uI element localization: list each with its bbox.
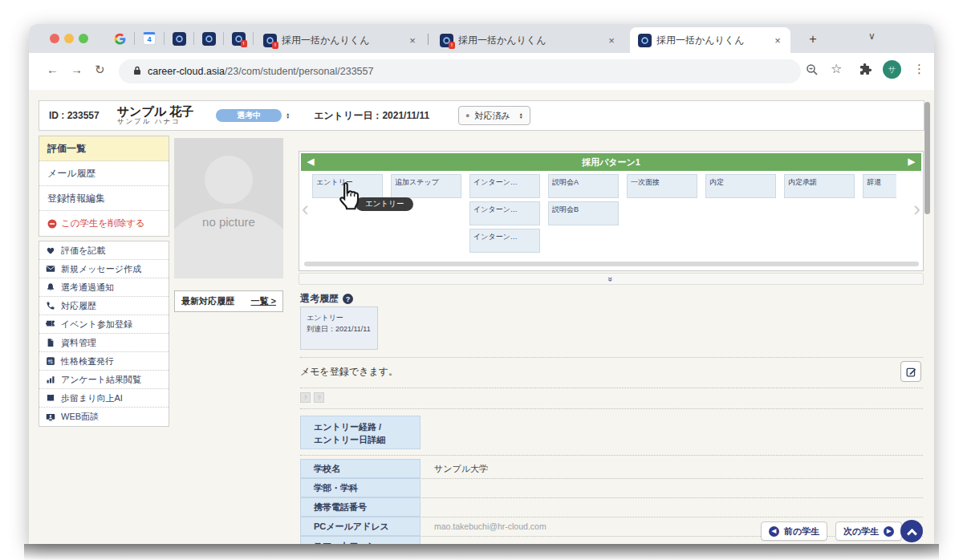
page-content: ID : 233557 サンプル 花子 サンプル ハナコ 選考中 ▲ ▼ エント… — [29, 90, 934, 544]
tab-3-active[interactable]: 採用一括かんりくん × — [630, 27, 790, 53]
address-bar[interactable]: career-cloud.asia/23/com/student/persona… — [119, 59, 801, 83]
sidebar-action-response-history[interactable]: 対応履歴 — [39, 297, 169, 315]
memo-edit-button[interactable] — [900, 361, 921, 382]
steps-scroll-right-icon[interactable]: › — [913, 198, 920, 219]
sidebar-item-evaluation-list[interactable]: 評価一覧 — [39, 136, 169, 161]
browser-window: 4 ! — [29, 24, 934, 544]
reload-icon[interactable]: ↻ — [95, 63, 105, 77]
sidebar-action-survey-results[interactable]: アンケート結果閲覧 — [39, 371, 169, 389]
tab-title: 採用一括かんりくん — [656, 34, 766, 47]
student-name-block: サンプル 花子 サンプル ハナコ — [117, 105, 194, 127]
table-label-smartphone: スマートフォン — [300, 536, 421, 544]
step-box[interactable]: 説明会B — [548, 201, 619, 225]
sidebar-item-edit-registration[interactable]: 登録情報編集 — [39, 186, 169, 211]
sidebar-action-retention-ai[interactable]: 歩留まり向上AI — [39, 389, 169, 408]
close-window-button[interactable] — [50, 34, 59, 43]
bookmark-star-icon[interactable]: ☆ — [831, 61, 842, 76]
url-text: career-cloud.asia/23/com/student/persona… — [148, 66, 373, 77]
delete-minus-icon — [47, 219, 57, 229]
personality-icon: 性 — [46, 356, 55, 366]
previous-student-button[interactable]: ◀ 前の学生 — [761, 521, 827, 541]
steps-scroll-left-icon[interactable]: ‹ — [302, 198, 309, 219]
sidebar-action-new-message[interactable]: 新規メッセージ作成 — [39, 260, 169, 278]
table-label-school: 学校名 — [300, 459, 421, 478]
pinned-tab-app-1[interactable] — [172, 31, 186, 46]
chart-icon — [46, 375, 55, 384]
sidebar-action-record-evaluation[interactable]: 評価を記載 — [39, 241, 169, 260]
status-badge[interactable]: 選考中 — [216, 109, 282, 122]
forward-icon[interactable]: → — [71, 63, 83, 76]
latest-history-label: 最新対応履歴 — [181, 295, 234, 307]
minimize-window-button[interactable] — [64, 34, 74, 43]
step-box[interactable]: 説明会A — [548, 174, 619, 198]
step-box[interactable]: 一次面接 — [627, 174, 697, 198]
sidebar-action-web-interview[interactable]: WEB面談 — [39, 408, 169, 426]
history-list-link[interactable]: 一覧 > — [251, 295, 276, 307]
pattern-next-arrow-icon[interactable]: ▶ — [908, 156, 915, 167]
status-stepper-icon[interactable]: ▲ ▼ — [286, 112, 290, 120]
pattern-title: 採用パターン1 — [582, 156, 640, 168]
cursor-hand-icon — [335, 180, 364, 215]
divider — [300, 408, 923, 409]
history-date: 到達日：2021/11/11 — [307, 323, 372, 335]
delete-label: この学生を削除する — [61, 217, 145, 229]
extensions-puzzle-icon[interactable] — [859, 63, 872, 79]
tab-search-chevron-icon[interactable]: ∨ — [868, 30, 876, 42]
tab-close-icon[interactable]: × — [406, 34, 419, 47]
step-box[interactable]: インターン… — [469, 201, 540, 225]
sidebar-item-delete-student[interactable]: この学生を削除する — [39, 211, 169, 236]
sidebar-action-personality-test[interactable]: 性 性格検査発行 — [39, 352, 169, 371]
sidebar-action-pass-notification[interactable]: 選考通過通知 — [39, 278, 169, 297]
response-status-select[interactable]: ● 対応済み ▲ ▼ — [458, 106, 530, 125]
tab-close-icon[interactable]: × — [771, 34, 784, 47]
alert-badge-icon: ! — [241, 40, 247, 47]
sidebar-action-event-registration[interactable]: イベント参加登録 — [39, 315, 169, 334]
step-box[interactable]: 内定 — [705, 174, 776, 198]
step-box[interactable]: インターン… — [469, 174, 540, 198]
new-tab-button[interactable]: + — [804, 30, 822, 48]
previous-student-label: 前の学生 — [784, 526, 819, 538]
back-icon[interactable]: ← — [47, 63, 59, 76]
table-label-pc-email: PCメールアドレス — [300, 517, 421, 536]
alert-badge-icon: ! — [272, 42, 278, 49]
placeholder-icon: ? — [314, 392, 324, 403]
panel-collapse-button[interactable]: » — [299, 273, 924, 285]
pinned-tab-google[interactable] — [112, 31, 127, 46]
entry-route-label-cell[interactable]: エントリー経路 / エントリー日詳細 — [300, 416, 421, 449]
page-scrollbar-thumb[interactable] — [924, 102, 930, 214]
maximize-window-button[interactable] — [79, 34, 88, 43]
tab-separator — [428, 34, 429, 45]
pinned-tab-app-3[interactable]: ! — [231, 31, 246, 46]
book-icon — [46, 393, 55, 403]
pinned-tab-calendar[interactable]: 4 — [142, 31, 156, 46]
tab-close-icon[interactable]: × — [605, 34, 618, 47]
bell-icon — [46, 282, 55, 292]
pattern-prev-arrow-icon[interactable]: ◀ — [307, 156, 314, 167]
tab-2[interactable]: ! 採用一括かんりくん × — [432, 27, 624, 53]
pinned-tab-app-2[interactable] — [201, 31, 216, 46]
profile-avatar[interactable]: サ — [883, 60, 901, 79]
divider — [300, 455, 923, 456]
sidebar-item-mail-history[interactable]: メール履歴 — [39, 161, 169, 186]
help-icon[interactable]: ? — [343, 294, 353, 304]
step-box[interactable]: 辞退 — [863, 174, 896, 198]
tab-1[interactable]: ! 採用一括かんりくん × — [255, 27, 425, 53]
sidebar-action-document-management[interactable]: 資料管理 — [39, 334, 169, 352]
entry-route-line2: エントリー日詳細 — [314, 433, 420, 446]
next-student-button[interactable]: 次の学生 ▶ — [835, 521, 902, 541]
step-box[interactable]: 内定承諾 — [784, 174, 855, 198]
browser-menu-dots-icon[interactable]: ⋮ — [913, 62, 925, 76]
placeholder-icon: ? — [300, 392, 311, 403]
zoom-out-icon[interactable] — [806, 63, 819, 79]
app-alert-icon: ! — [232, 32, 246, 46]
response-status-label: 対応済み — [475, 110, 510, 122]
horizontal-scrollbar[interactable] — [304, 262, 919, 266]
screenshot-root: 4 ! — [0, 0, 963, 560]
scroll-to-top-button[interactable] — [900, 520, 923, 542]
selection-history-heading: 選考履歴 ? — [300, 292, 353, 306]
action-label: 選考通過通知 — [61, 282, 114, 294]
pattern-header: ◀ 採用パターン1 ▶ — [301, 153, 921, 171]
student-header-bar: ID : 233557 サンプル 花子 サンプル ハナコ 選考中 ▲ ▼ エント… — [39, 100, 924, 131]
step-box[interactable]: インターン… — [469, 229, 540, 253]
step-box[interactable]: 追加ステップ — [391, 174, 461, 198]
